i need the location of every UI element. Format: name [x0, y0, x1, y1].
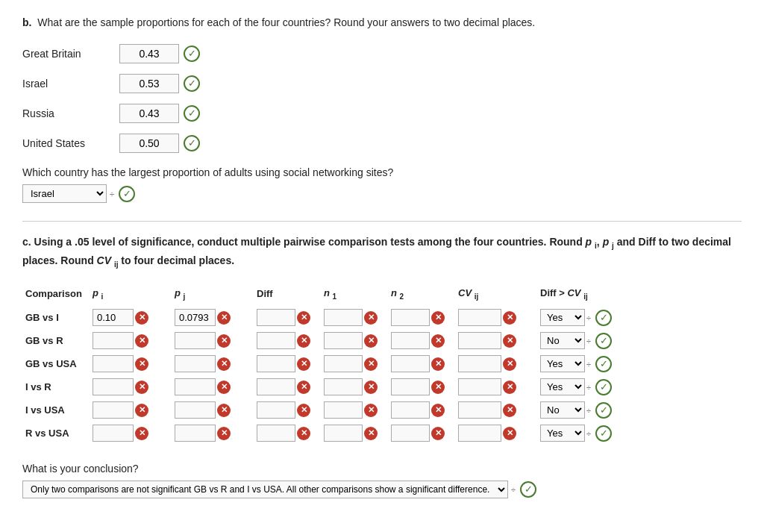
clear-cv-1[interactable]: ✕: [503, 334, 516, 348]
clear-cv-3[interactable]: ✕: [503, 381, 516, 394]
table-row: GB vs USA ✕ ✕ ✕ ✕ ✕ ✕ Yes No: [22, 352, 742, 375]
input-cv-5[interactable]: [458, 425, 501, 442]
clear-n1-3[interactable]: ✕: [364, 381, 378, 394]
input-n1-0[interactable]: [324, 309, 363, 326]
input-pi-1[interactable]: [93, 332, 134, 349]
clear-pj-2[interactable]: ✕: [217, 357, 231, 371]
input-diff-0[interactable]: [257, 309, 295, 326]
clear-diff-3[interactable]: ✕: [297, 381, 310, 394]
clear-n1-5[interactable]: ✕: [364, 427, 378, 440]
input-cv-0[interactable]: [458, 309, 501, 326]
clear-diff-1[interactable]: ✕: [297, 334, 310, 348]
clear-cv-0[interactable]: ✕: [503, 311, 516, 325]
input-n2-0[interactable]: [391, 309, 430, 326]
clear-cv-4[interactable]: ✕: [503, 404, 516, 417]
clear-pj-4[interactable]: ✕: [217, 404, 231, 417]
input-cv-2[interactable]: [458, 355, 501, 372]
input-pj-0[interactable]: [175, 309, 216, 326]
clear-pj-0[interactable]: ✕: [217, 311, 231, 325]
input-pi-5[interactable]: [93, 425, 134, 442]
input-n1-4[interactable]: [324, 401, 363, 419]
clear-diff-2[interactable]: ✕: [297, 357, 310, 371]
input-n1-3[interactable]: [324, 378, 363, 395]
clear-n2-1[interactable]: ✕: [431, 334, 445, 348]
clear-diff-5[interactable]: ✕: [297, 427, 310, 440]
cell-n2-0: ✕: [388, 306, 455, 329]
cell-pj-3: ✕: [172, 375, 254, 398]
clear-diff-0[interactable]: ✕: [297, 311, 310, 325]
input-n1-1[interactable]: [324, 332, 363, 349]
input-pi-4[interactable]: [93, 401, 134, 419]
clear-pi-5[interactable]: ✕: [135, 427, 148, 440]
input-israel[interactable]: [119, 74, 179, 93]
cell-n2-3: ✕: [388, 375, 455, 398]
input-diff-1[interactable]: [257, 332, 295, 349]
input-diff-4[interactable]: [257, 401, 295, 419]
input-n2-2[interactable]: [391, 355, 430, 372]
clear-pj-1[interactable]: ✕: [217, 334, 231, 348]
clear-n2-0[interactable]: ✕: [431, 311, 445, 325]
input-gb[interactable]: [119, 44, 179, 63]
input-pi-3[interactable]: [93, 378, 134, 395]
input-diff-3[interactable]: [257, 378, 295, 395]
country-row-gb: Great Britain ✓: [22, 44, 742, 63]
clear-pi-4[interactable]: ✕: [135, 404, 148, 417]
clear-pi-0[interactable]: ✕: [135, 311, 148, 325]
clear-pj-5[interactable]: ✕: [217, 427, 231, 440]
input-pj-1[interactable]: [175, 332, 216, 349]
input-cv-3[interactable]: [458, 378, 501, 395]
input-n2-1[interactable]: [391, 332, 430, 349]
input-n2-5[interactable]: [391, 425, 430, 442]
input-pi-2[interactable]: [93, 355, 134, 372]
clear-n1-0[interactable]: ✕: [364, 311, 378, 325]
conclusion-select[interactable]: Only two comparisons are not significant…: [22, 481, 508, 498]
input-usa[interactable]: [119, 134, 179, 153]
part-b-label: b. What are the sample proportions for e…: [22, 15, 742, 31]
select-diffcv-3[interactable]: Yes No: [540, 378, 585, 395]
select-diffcv-4[interactable]: Yes No: [540, 401, 585, 419]
input-pj-2[interactable]: [175, 355, 216, 372]
input-pj-3[interactable]: [175, 378, 216, 395]
clear-n2-4[interactable]: ✕: [431, 404, 445, 417]
clear-n2-2[interactable]: ✕: [431, 357, 445, 371]
clear-cv-5[interactable]: ✕: [503, 427, 516, 440]
cell-n1-0: ✕: [321, 306, 388, 329]
input-cv-4[interactable]: [458, 401, 501, 419]
conclusion-question: What is your conclusion?: [22, 463, 742, 475]
clear-n2-5[interactable]: ✕: [431, 427, 445, 440]
col-pi: p i: [90, 284, 172, 307]
input-pj-5[interactable]: [175, 425, 216, 442]
clear-n1-4[interactable]: ✕: [364, 404, 378, 417]
select-diffcv-5[interactable]: Yes No: [540, 425, 585, 442]
select-diffcv-2[interactable]: Yes No: [540, 355, 585, 372]
clear-pi-3[interactable]: ✕: [135, 381, 148, 394]
cell-pi-2: ✕: [90, 352, 172, 375]
select-diffcv-1[interactable]: Yes No: [540, 332, 585, 349]
input-n2-3[interactable]: [391, 378, 430, 395]
cell-n2-5: ✕: [388, 422, 455, 445]
clear-pi-2[interactable]: ✕: [135, 357, 148, 371]
largest-answer-select[interactable]: Israel Great Britain Russia United State…: [22, 184, 107, 203]
select-diffcv-0[interactable]: Yes No: [540, 309, 585, 326]
clear-pi-1[interactable]: ✕: [135, 334, 148, 348]
input-diff-2[interactable]: [257, 355, 295, 372]
clear-n1-1[interactable]: ✕: [364, 334, 378, 348]
input-pj-4[interactable]: [175, 401, 216, 419]
clear-cv-2[interactable]: ✕: [503, 357, 516, 371]
input-n1-5[interactable]: [324, 425, 363, 442]
cell-diffcv-1: Yes No ÷ ✓: [537, 329, 742, 352]
cell-pj-4: ✕: [172, 398, 254, 422]
conclusion-answer-row: Only two comparisons are not significant…: [22, 481, 742, 498]
input-russia[interactable]: [119, 104, 179, 123]
clear-n2-3[interactable]: ✕: [431, 381, 445, 394]
part-b-question: What are the sample proportions for each…: [37, 16, 535, 28]
comparison-table: Comparison p i p j Diff n 1 n 2 CV ij Di…: [22, 284, 742, 445]
clear-n1-2[interactable]: ✕: [364, 357, 378, 371]
clear-diff-4[interactable]: ✕: [297, 404, 310, 417]
input-pi-0[interactable]: [93, 309, 134, 326]
input-diff-5[interactable]: [257, 425, 295, 442]
input-n2-4[interactable]: [391, 401, 430, 419]
input-cv-1[interactable]: [458, 332, 501, 349]
clear-pj-3[interactable]: ✕: [217, 381, 231, 394]
input-n1-2[interactable]: [324, 355, 363, 372]
